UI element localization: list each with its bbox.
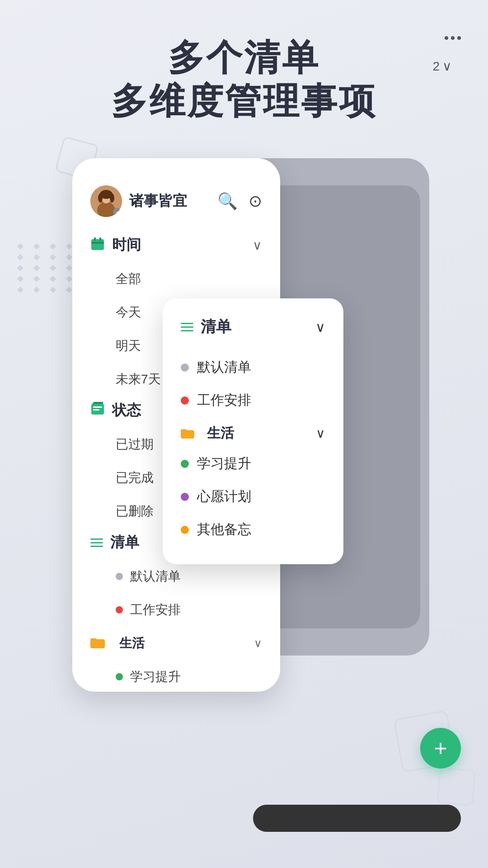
- dropdown-item-default-label: 默认清单: [197, 358, 251, 377]
- dropdown-item-study[interactable]: 学习提升: [181, 447, 325, 480]
- time-chevron-icon: ∨: [253, 238, 262, 253]
- time-section-title: 时间: [112, 235, 141, 255]
- phone-back-badge: 2 ∨: [432, 59, 452, 74]
- svg-point-6: [110, 193, 114, 203]
- life-group-header[interactable]: 生活 ∨: [90, 627, 262, 660]
- phone-back-topbar: [249, 36, 461, 40]
- dropdown-item-wish-label: 心愿计划: [197, 487, 251, 506]
- page-header: 多个清单 多维度管理事项: [0, 36, 488, 123]
- dropdown-folder-icon: [181, 427, 194, 440]
- dropdown-title: 清单: [201, 316, 231, 337]
- header-line1: 多个清单: [168, 38, 320, 78]
- time-section-header[interactable]: 时间 ∨: [90, 235, 262, 255]
- svg-rect-9: [94, 237, 96, 241]
- dropdown-dot-purple: [181, 493, 189, 501]
- life-chevron-icon: ∨: [254, 637, 262, 650]
- life-group-title: 生活: [119, 635, 145, 652]
- dropdown-item-work-label: 工作安排: [197, 391, 251, 410]
- dropdown-life-title: 生活: [207, 424, 234, 443]
- list-item-study[interactable]: 学习提升: [90, 660, 262, 692]
- list-section-title: 清单: [110, 533, 139, 552]
- svg-rect-12: [93, 406, 102, 408]
- dropdown-life-group-header[interactable]: 生活 ∨: [181, 417, 325, 447]
- user-info: ✓ 诸事皆宜: [90, 185, 187, 217]
- menu-item-all[interactable]: 全部: [90, 262, 262, 296]
- list-item-work-label: 工作安排: [130, 601, 181, 618]
- header-line2: 多维度管理事项: [111, 81, 377, 121]
- username: 诸事皆宜: [129, 191, 187, 211]
- user-header: ✓ 诸事皆宜 🔍 ⊙: [90, 185, 262, 217]
- search-icon[interactable]: 🔍: [217, 192, 238, 211]
- svg-rect-13: [93, 409, 99, 410]
- dropdown-life-chevron-icon: ∨: [316, 426, 325, 441]
- color-dot-red: [116, 606, 123, 613]
- decorative-shape-br2: [437, 767, 476, 807]
- svg-rect-16: [90, 638, 97, 642]
- time-icon: [90, 236, 105, 254]
- dropdown-list-icon: [181, 323, 193, 331]
- dropdown-item-work[interactable]: 工作安排: [181, 384, 325, 417]
- svg-marker-14: [92, 402, 103, 404]
- dropdown-dot-orange: [181, 526, 189, 534]
- color-dot-gray: [116, 573, 123, 580]
- target-icon[interactable]: ⊙: [249, 192, 262, 211]
- svg-point-5: [98, 193, 103, 203]
- folder-icon: [90, 636, 105, 651]
- chevron-down-icon: ∨: [442, 59, 452, 74]
- dropdown-item-study-label: 学习提升: [197, 454, 251, 473]
- verified-badge: ✓: [113, 208, 121, 216]
- dropdown-card: 清单 ∨ 默认清单 工作安排 生活 ∨ 学习提升 心愿计划: [163, 298, 343, 564]
- header-icons: 🔍 ⊙: [217, 192, 262, 211]
- dropdown-dot-gray: [181, 363, 189, 372]
- dropdown-item-memo-label: 其他备忘: [197, 520, 251, 539]
- color-dot-green: [116, 673, 123, 680]
- list-icon: [90, 538, 103, 547]
- dropdown-dot-green: [181, 460, 189, 468]
- dropdown-header[interactable]: 清单 ∨: [181, 316, 325, 337]
- status-icon: [90, 402, 105, 420]
- dropdown-item-default[interactable]: 默认清单: [181, 351, 325, 384]
- phone-back-bottom-nav: [253, 805, 461, 832]
- svg-rect-8: [91, 242, 104, 244]
- plus-icon: +: [434, 735, 447, 761]
- avatar[interactable]: ✓: [90, 185, 122, 217]
- dropdown-dot-red: [181, 396, 189, 405]
- list-item-default[interactable]: 默认清单: [90, 560, 262, 593]
- dropdown-item-wish[interactable]: 心愿计划: [181, 480, 325, 513]
- dropdown-item-memo[interactable]: 其他备忘: [181, 513, 325, 546]
- dots-menu-icon: [445, 36, 461, 40]
- svg-rect-18: [181, 429, 187, 432]
- list-item-work[interactable]: 工作安排: [90, 593, 262, 627]
- list-item-study-label: 学习提升: [130, 668, 181, 685]
- svg-rect-7: [91, 239, 104, 250]
- status-section-title: 状态: [112, 401, 141, 420]
- svg-rect-10: [99, 237, 101, 241]
- list-item-default-label: 默认清单: [130, 568, 181, 585]
- dropdown-chevron-icon: ∨: [315, 319, 325, 335]
- fab-add-button[interactable]: +: [420, 728, 461, 769]
- decorative-dots: [18, 244, 77, 292]
